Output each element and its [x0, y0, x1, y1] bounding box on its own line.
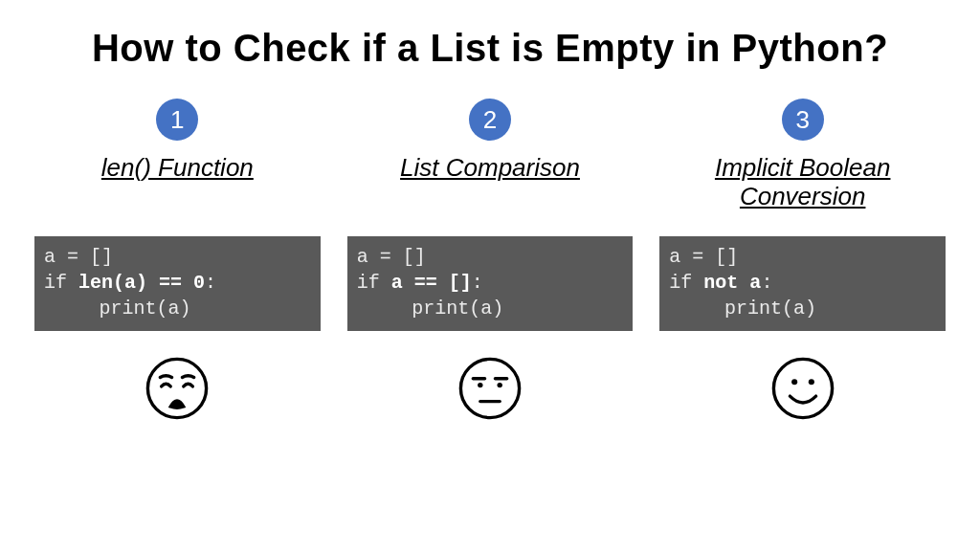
- unamused-face-icon: [457, 356, 523, 421]
- code-line: if not a:: [669, 270, 936, 296]
- code-block-1: a = [] if len(a) == 0: print(a): [34, 236, 321, 331]
- svg-point-9: [808, 379, 813, 385]
- code-line: a = []: [44, 244, 311, 270]
- column-3: 3 Implicit Boolean Conversion a = [] if …: [659, 99, 946, 421]
- subtitle-1: len() Function: [98, 154, 257, 223]
- code-line: a = []: [669, 244, 936, 270]
- code-block-3: a = [] if not a: print(a): [659, 236, 946, 331]
- badge-1: 1: [156, 99, 198, 141]
- smile-face-icon: [770, 356, 835, 421]
- columns-row: 1 len() Function a = [] if len(a) == 0: …: [34, 99, 946, 421]
- svg-point-5: [497, 383, 501, 387]
- svg-point-4: [478, 383, 482, 387]
- svg-point-7: [773, 359, 832, 417]
- code-line: print(a): [44, 296, 311, 321]
- slide: How to Check if a List is Empty in Pytho…: [0, 0, 980, 551]
- code-block-2: a = [] if a == []: print(a): [347, 236, 634, 331]
- page-title: How to Check if a List is Empty in Pytho…: [34, 27, 946, 70]
- column-1: 1 len() Function a = [] if len(a) == 0: …: [34, 99, 321, 421]
- svg-point-8: [791, 379, 797, 385]
- subtitle-2: List Comparison: [396, 154, 584, 223]
- code-line: print(a): [357, 296, 624, 321]
- column-2: 2 List Comparison a = [] if a == []: pri…: [347, 99, 634, 421]
- subtitle-3: Implicit Boolean Conversion: [659, 154, 946, 223]
- code-line: print(a): [669, 296, 936, 321]
- badge-3: 3: [782, 99, 824, 141]
- weary-face-icon: [145, 356, 210, 421]
- code-line: if a == []:: [357, 270, 624, 296]
- svg-point-1: [460, 359, 519, 417]
- code-line: if len(a) == 0:: [44, 270, 311, 296]
- badge-2: 2: [469, 99, 511, 141]
- code-line: a = []: [357, 244, 624, 270]
